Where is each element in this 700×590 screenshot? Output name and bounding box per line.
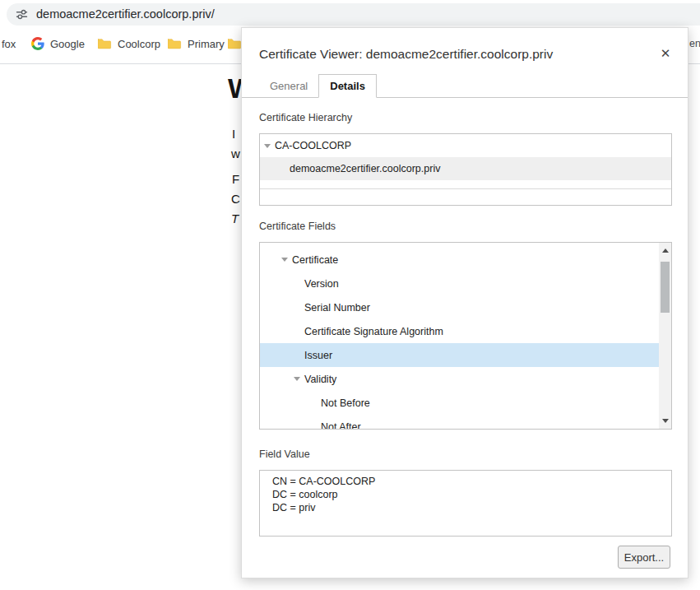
field-row-label: Not After <box>321 421 361 430</box>
export-button[interactable]: Export... <box>618 546 670 569</box>
field-value-line: DC = coolcorp <box>272 488 663 501</box>
field-row-label: Version <box>304 278 339 290</box>
address-bar[interactable]: demoacme2certifier.coolcorp.priv/ <box>7 3 700 26</box>
field-row-label: Validity <box>304 374 336 385</box>
browser-toolbar: demoacme2certifier.coolcorp.priv/ <box>0 0 700 28</box>
close-icon[interactable]: ✕ <box>656 44 675 63</box>
site-settings-icon[interactable] <box>16 8 28 21</box>
scroll-up-button[interactable] <box>659 244 671 257</box>
certificate-fields-tree: Certificate Version Serial Number Certif… <box>260 243 671 430</box>
bookmark-label: Primary <box>188 38 225 50</box>
bookmark-item-google[interactable]: Google <box>31 35 85 53</box>
field-value-box: CN = CA-COOLCORP DC = coolcorp DC = priv <box>259 470 672 537</box>
tab-details[interactable]: Details <box>318 74 377 98</box>
folder-icon <box>168 38 182 49</box>
bookmark-item-fragment[interactable]: en <box>689 38 700 51</box>
certificate-viewer-dialog: Certificate Viewer: demoacme2certifier.c… <box>241 27 688 578</box>
scroll-up-icon <box>662 249 669 253</box>
hierarchy-inner-divider <box>260 188 671 189</box>
field-row-label: Serial Number <box>304 302 370 314</box>
page-line-fragment: I <box>232 127 235 141</box>
bookmark-folder-primary[interactable]: Primary <box>168 35 225 53</box>
scrollbar[interactable] <box>659 243 671 429</box>
expander-icon[interactable] <box>294 377 300 381</box>
certificate-hierarchy-label: Certificate Hierarchy <box>259 112 352 123</box>
certificate-fields-box: Certificate Version Serial Number Certif… <box>259 242 672 430</box>
page-line-fragment: T <box>231 211 239 225</box>
field-row-signature-algorithm[interactable]: Certificate Signature Algorithm <box>260 319 671 343</box>
field-row-label: Issuer <box>304 350 332 361</box>
bookmark-label: Google <box>50 38 85 50</box>
folder-icon <box>98 38 112 49</box>
scroll-down-icon <box>662 419 669 423</box>
folder-icon <box>228 38 242 49</box>
field-value-line: DC = priv <box>272 501 663 514</box>
field-value-line: CN = CA-COOLCORP <box>272 475 663 488</box>
page-line-fragment: F <box>232 172 239 186</box>
url-text: demoacme2certifier.coolcorp.priv/ <box>36 3 215 26</box>
field-row-not-after[interactable]: Not After <box>260 415 671 430</box>
field-value-label: Field Value <box>259 448 310 460</box>
tab-general[interactable]: General <box>259 75 318 98</box>
field-row-validity[interactable]: Validity <box>260 367 671 391</box>
tree-row-label: CA-COOLCORP <box>275 140 351 151</box>
field-row-not-before[interactable]: Not Before <box>260 391 671 415</box>
tab-bar: General Details <box>259 74 377 98</box>
certificate-fields-label: Certificate Fields <box>259 221 336 232</box>
tree-row-leaf-cert[interactable]: demoacme2certifier.coolcorp.priv <box>260 157 671 180</box>
page-line-fragment: w <box>231 146 240 160</box>
field-row-issuer[interactable]: Issuer <box>260 343 671 367</box>
scroll-down-button[interactable] <box>659 415 671 427</box>
expander-icon[interactable] <box>281 258 288 262</box>
certificate-hierarchy-box: CA-COOLCORP demoacme2certifier.coolcorp.… <box>259 133 672 206</box>
tree-row-ca-coolcorp[interactable]: CA-COOLCORP <box>260 134 671 157</box>
field-row-serial-number[interactable]: Serial Number <box>260 295 671 319</box>
bookmark-folder-coolcorp[interactable]: Coolcorp <box>98 35 160 53</box>
bookmark-label: Coolcorp <box>118 38 160 50</box>
page-line-fragment: C <box>231 192 240 206</box>
field-row-label: Certificate <box>292 254 338 266</box>
scroll-thumb[interactable] <box>661 262 670 313</box>
field-row-label: Certificate Signature Algorithm <box>304 326 443 337</box>
tree-row-label: demoacme2certifier.coolcorp.priv <box>290 163 440 174</box>
bookmark-item-firefox-fragment[interactable]: fox <box>2 35 16 53</box>
field-row-version[interactable]: Version <box>260 272 671 295</box>
field-row-label: Not Before <box>321 397 370 409</box>
expander-icon[interactable] <box>264 144 271 148</box>
google-icon <box>31 37 44 50</box>
dialog-title: Certificate Viewer: demoacme2certifier.c… <box>259 47 553 62</box>
field-row-certificate[interactable]: Certificate <box>260 248 671 272</box>
